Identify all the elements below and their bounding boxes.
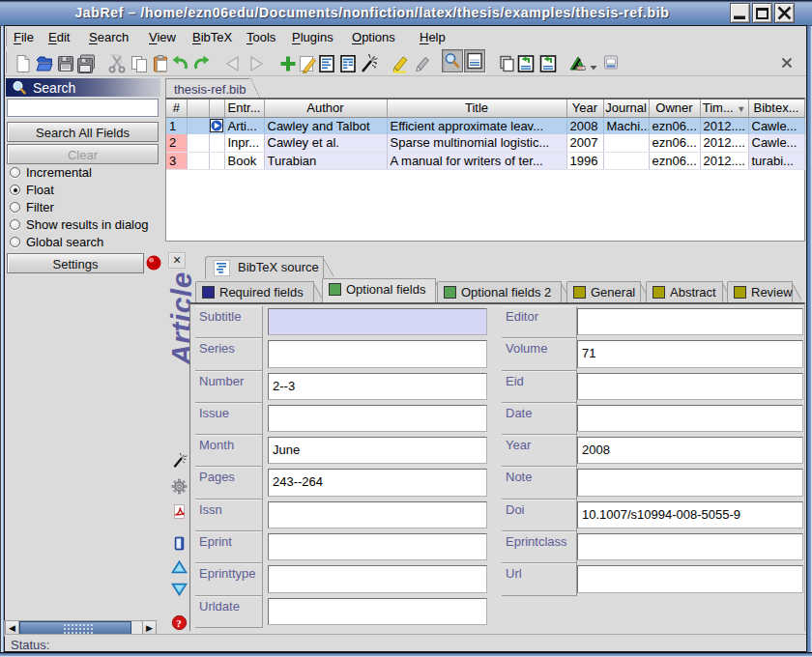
svg-text:lyx: lyx <box>578 66 584 71</box>
svg-text:?: ? <box>176 617 182 629</box>
